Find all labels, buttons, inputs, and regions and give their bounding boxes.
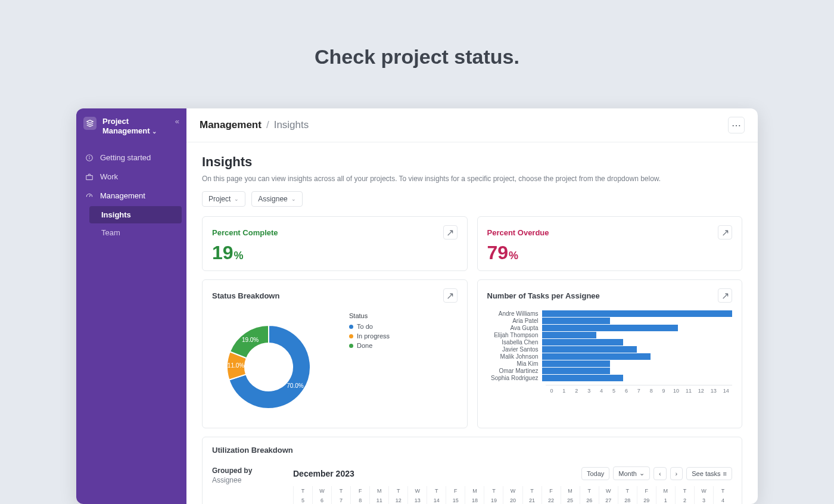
info-icon (85, 153, 94, 163)
month-label: December 2023 (293, 469, 354, 478)
gauge-icon (85, 191, 94, 201)
collapse-sidebar-button[interactable]: « (175, 117, 179, 126)
bar-row: Mia Kim (487, 360, 733, 367)
chevron-down-icon: ⌄ (291, 196, 296, 202)
card-title: Number of Tasks per Assignee (487, 291, 600, 300)
expand-button[interactable]: ↗ (718, 288, 732, 303)
today-button[interactable]: Today (581, 467, 609, 480)
sidebar-item-work[interactable]: Work (76, 167, 186, 186)
tasks-per-assignee-card: Number of Tasks per Assignee ↗ Andre Wil… (477, 279, 743, 428)
metric-value: 79% (487, 243, 733, 262)
svg-text:19.0%: 19.0% (242, 337, 259, 343)
see-tasks-button[interactable]: See tasks ≡ (686, 467, 732, 480)
chevron-right-icon: › (676, 470, 678, 477)
page-title: Insights (202, 154, 742, 170)
sidebar-item-label: Work (100, 172, 118, 181)
assignee-filter[interactable]: Assignee⌄ (251, 191, 302, 207)
next-button[interactable]: › (670, 467, 683, 480)
legend-item: In progress (349, 332, 390, 340)
bar-row: Isabella Chen (487, 339, 733, 346)
sidebar-item-label: Management (100, 191, 145, 200)
page-description: On this page you can view insights acros… (202, 175, 742, 183)
arrow-up-right-icon: ↗ (446, 227, 454, 238)
chevron-down-icon: ⌄ (234, 196, 239, 202)
card-title: Status Breakdown (212, 291, 279, 300)
metric-value: 19% (212, 243, 458, 262)
svg-line-4 (89, 195, 91, 197)
arrow-up-right-icon: ↗ (721, 227, 729, 238)
percent-complete-card: Percent Complete ↗ 19% (202, 216, 468, 271)
project-filter[interactable]: Project⌄ (202, 191, 245, 207)
percent-overdue-card: Percent Overdue ↗ 79% (477, 216, 743, 271)
range-select[interactable]: Month⌄ (613, 466, 650, 480)
card-title: Percent Complete (212, 228, 278, 237)
card-title: Utilization Breakdown (212, 446, 293, 455)
ellipsis-icon: ⋯ (732, 120, 741, 131)
legend-item: Done (349, 342, 390, 349)
svg-point-2 (89, 156, 90, 157)
content-area: Insights On this page you can view insig… (186, 142, 758, 504)
breadcrumb: Management / Insights (200, 119, 309, 131)
sidebar-item-label: Getting started (100, 153, 151, 162)
svg-rect-3 (86, 175, 93, 179)
sidebar-subitem-team[interactable]: Team (89, 224, 182, 241)
filter-bar: Project⌄Assignee⌄ (202, 191, 742, 207)
bar-row: Javier Santos (487, 346, 733, 353)
bar-row: Ava Gupta (487, 325, 733, 331)
prev-button[interactable]: ‹ (653, 467, 667, 480)
bar-chart: Andre WilliamsAria PatelAva GuptaElijah … (487, 306, 733, 394)
workspace-title[interactable]: Project Management⌄ (102, 117, 169, 136)
sidebar: Project Management⌄ « Getting startedWor… (76, 108, 186, 504)
svg-text:11.0%: 11.0% (228, 362, 244, 369)
utilization-card: Utilization Breakdown Grouped by Assigne… (202, 437, 742, 504)
more-menu-button[interactable]: ⋯ (728, 117, 745, 133)
hero-heading: Check project status. (0, 0, 834, 94)
expand-button[interactable]: ↗ (443, 225, 458, 239)
sidebar-subitem-insights[interactable]: Insights (89, 206, 182, 223)
bar-row: Andre Williams (487, 310, 733, 317)
status-breakdown-card: Status Breakdown ↗ 70.0%11.0%19.0% Statu… (202, 279, 468, 428)
arrow-up-right-icon: ↗ (446, 290, 454, 301)
donut-chart: 70.0%11.0%19.0% (212, 312, 331, 419)
breadcrumb-root[interactable]: Management (200, 119, 262, 131)
bar-row: Sophia Rodriguez (487, 375, 733, 381)
briefcase-icon (85, 172, 94, 182)
list-icon: ≡ (723, 470, 727, 477)
chevron-down-icon: ⌄ (152, 128, 157, 136)
chevron-left-icon: ‹ (659, 470, 661, 477)
arrow-up-right-icon: ↗ (721, 290, 729, 301)
grouped-by-label: Grouped by (212, 466, 284, 475)
svg-text:70.0%: 70.0% (287, 382, 303, 389)
donut-legend: Status To doIn progressDone (349, 312, 390, 419)
bar-row: Omar Martinez (487, 368, 733, 374)
bar-row: Elijah Thompson (487, 332, 733, 338)
legend-item: To do (349, 323, 390, 330)
breadcrumb-leaf: Insights (274, 119, 309, 131)
app-window: Project Management⌄ « Getting startedWor… (76, 108, 758, 504)
sidebar-item-getting-started[interactable]: Getting started (76, 148, 186, 167)
expand-button[interactable]: ↗ (718, 225, 732, 239)
app-logo-icon (83, 117, 97, 130)
main-panel: Management / Insights ⋯ Insights On this… (186, 108, 758, 504)
sidebar-item-management[interactable]: Management (76, 186, 186, 206)
card-title: Percent Overdue (487, 228, 549, 237)
bar-row: Malik Johnson (487, 353, 733, 360)
calendar-grid: TWTFMTWTFMTWTFMTWTFMTWT56781112131415181… (293, 486, 732, 504)
chevron-down-icon: ⌄ (639, 469, 645, 477)
topbar: Management / Insights ⋯ (186, 108, 758, 142)
bar-row: Aria Patel (487, 318, 733, 324)
grouped-by-value: Assignee (212, 476, 284, 484)
expand-button[interactable]: ↗ (443, 288, 458, 303)
